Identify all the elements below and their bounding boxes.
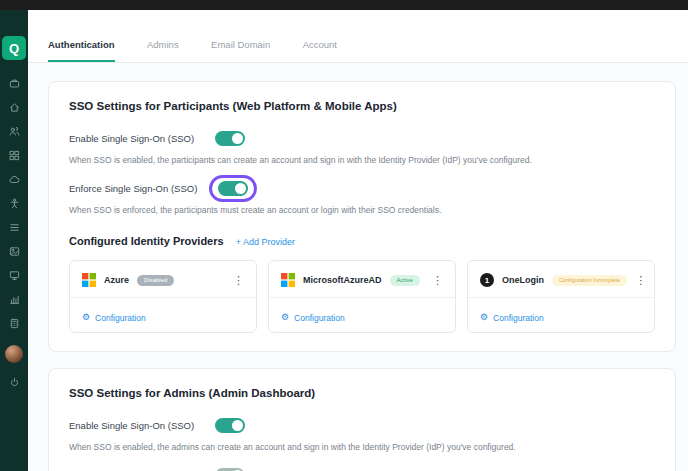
annotation-highlight [209,175,257,202]
toggle-knob [232,420,243,431]
gear-icon: ⚙ [281,313,289,322]
content-area: SSO Settings for Participants (Web Platf… [28,63,688,471]
gear-icon: ⚙ [480,313,488,322]
sidebar: Q [0,10,28,471]
status-badge: Configuration Incomplete [552,275,627,286]
apps-grid-icon[interactable] [9,150,20,161]
list-icon[interactable] [9,222,20,233]
tab-admins[interactable]: Admins [147,39,179,62]
provider-card-onelogin: 1 OneLogin Configuration Incomplete ⋮ ⚙C… [467,260,655,333]
enable-sso-description: When SSO is enabled, the participants ca… [69,155,655,165]
provider-name: Azure [104,275,129,285]
participants-panel-title: SSO Settings for Participants (Web Platf… [69,100,655,112]
kebab-menu-icon[interactable]: ⋮ [432,275,443,286]
home-icon[interactable] [9,102,20,113]
tab-account[interactable]: Account [303,39,337,62]
provider-name: MicrosoftAzureAD [303,275,382,285]
gear-icon: ⚙ [82,313,90,322]
avatar[interactable] [5,345,23,363]
status-badge: Disabled [137,275,174,286]
enforce-sso-row: Enforce Single Sign-On (SSO) [69,467,655,471]
enable-sso-label: Enable Single Sign-On (SSO) [69,420,207,431]
onelogin-logo-icon: 1 [480,273,494,287]
calculator-icon[interactable] [9,318,20,329]
enforce-sso-row: Enforce Single Sign-On (SSO) [69,180,655,197]
board-icon[interactable] [9,270,20,281]
enforce-sso-label: Enforce Single Sign-On (SSO) [69,183,207,194]
users-icon[interactable] [9,126,20,137]
provider-name: OneLogin [502,275,544,285]
enable-sso-description: When SSO is enabled, the admins can crea… [69,442,655,452]
providers-title: Configured Identity Providers [69,235,224,247]
providers-header: Configured Identity Providers + Add Prov… [69,235,655,247]
status-badge: Active [390,275,420,286]
sidebar-nav [9,78,20,329]
provider-cards: Azure Disabled ⋮ ⚙Configuration Microsof… [69,260,655,333]
admins-panel-title: SSO Settings for Admins (Admin Dashboard… [69,387,655,399]
enable-sso-row: Enable Single Sign-On (SSO) [69,130,655,147]
tab-bar: Authentication Admins Email Domain Accou… [28,10,688,63]
tab-email-domain[interactable]: Email Domain [211,39,270,62]
app-logo[interactable]: Q [2,36,26,60]
toggle-knob [235,183,246,194]
briefcase-icon[interactable] [9,78,20,89]
microsoft-logo-icon [281,273,295,287]
analytics-icon[interactable] [9,294,20,305]
enable-sso-toggle[interactable] [215,418,245,433]
add-provider-button[interactable]: + Add Provider [236,237,295,247]
kebab-menu-icon[interactable]: ⋮ [233,275,244,286]
enable-sso-toggle[interactable] [215,131,245,146]
media-icon[interactable] [9,246,20,257]
power-icon[interactable] [9,377,20,388]
configuration-link[interactable]: ⚙Configuration [82,313,146,323]
enforce-sso-description: When SSO is enforced, the participants m… [69,205,655,215]
cloud-icon[interactable] [9,174,20,185]
enable-sso-label: Enable Single Sign-On (SSO) [69,133,207,144]
microsoft-logo-icon [82,273,96,287]
tab-authentication[interactable]: Authentication [48,39,115,62]
enable-sso-row: Enable Single Sign-On (SSO) [69,417,655,434]
admins-sso-panel: SSO Settings for Admins (Admin Dashboard… [48,368,676,471]
configuration-label: Configuration [493,313,544,323]
participant-icon[interactable] [9,198,20,209]
configuration-label: Configuration [95,313,146,323]
top-bar [0,0,688,10]
enforce-sso-toggle[interactable] [218,181,248,196]
main-area: Authentication Admins Email Domain Accou… [28,10,688,471]
kebab-menu-icon[interactable]: ⋮ [635,275,646,286]
configuration-link[interactable]: ⚙Configuration [281,313,345,323]
participants-sso-panel: SSO Settings for Participants (Web Platf… [48,81,676,352]
configuration-label: Configuration [294,313,345,323]
configuration-link[interactable]: ⚙Configuration [480,313,544,323]
toggle-knob [232,133,243,144]
provider-card-azure: Azure Disabled ⋮ ⚙Configuration [69,260,257,333]
provider-card-microsoftazuread: MicrosoftAzureAD Active ⋮ ⚙Configuration [268,260,456,333]
